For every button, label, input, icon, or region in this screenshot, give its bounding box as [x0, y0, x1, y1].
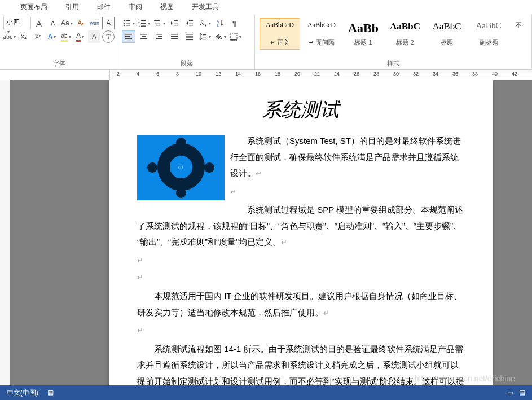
ruler-tick: 38	[472, 71, 478, 77]
phonetic-guide-button[interactable]: wén	[89, 17, 101, 29]
svg-text:¶: ¶	[232, 19, 236, 28]
svg-rect-27	[125, 38, 132, 39]
svg-text:3: 3	[138, 24, 140, 28]
svg-rect-25	[125, 34, 132, 35]
ruler-tick: 4	[137, 71, 139, 77]
ruler-tick: 10	[196, 71, 201, 77]
style-name-label: 标题 2	[388, 38, 423, 47]
figure-center-label: 01	[173, 160, 189, 176]
increase-font-button[interactable]: A	[33, 17, 45, 29]
style-name-label: ↵ 无间隔	[304, 38, 339, 47]
justify-button[interactable]	[168, 30, 181, 43]
menu-page-layout[interactable]: 页面布局	[11, 0, 56, 14]
align-right-button[interactable]	[152, 30, 166, 43]
decrease-indent-button[interactable]	[168, 17, 181, 29]
enclose-char-button[interactable]: 字	[102, 30, 115, 43]
svg-rect-30	[140, 38, 147, 39]
svg-point-44	[221, 38, 222, 39]
document-page[interactable]: 系统测试 01 系统测试（System Test, ST）的目的是对最终软件系统…	[109, 80, 493, 385]
align-center-icon	[139, 32, 148, 41]
svg-rect-5	[126, 25, 130, 26]
style-subtitle[interactable]: AaBbC 副标题	[468, 18, 509, 50]
menu-references[interactable]: 引用	[56, 0, 88, 14]
styles-gallery[interactable]: AaBbCcD ↵ 正文 AaBbCcD ↵ 无间隔 AaBb 标题 1 AaB…	[258, 17, 528, 58]
align-center-button[interactable]	[137, 30, 151, 43]
char-shading-button[interactable]: A	[88, 30, 100, 43]
svg-rect-16	[174, 23, 178, 23]
pilcrow-icon: ¶	[231, 19, 240, 28]
menu-view[interactable]: 视图	[151, 0, 183, 14]
text-effects-button[interactable]: abc▾	[3, 30, 16, 43]
svg-point-0	[124, 20, 125, 21]
style-name-label: 标题 1	[346, 38, 381, 47]
align-right-icon	[155, 32, 164, 41]
bullets-button[interactable]: ▾	[122, 17, 135, 29]
menu-dev-tools[interactable]: 开发工具	[183, 0, 228, 14]
vertical-ruler[interactable]	[0, 80, 10, 385]
status-language[interactable]: 中文(中国)	[7, 388, 38, 398]
ltr-button[interactable]: 文▾	[198, 17, 212, 29]
pilcrow-icon: ↵	[256, 169, 262, 178]
empty-paragraph: ↵	[137, 324, 464, 338]
clear-format-button[interactable]: A♦	[74, 17, 87, 29]
style-heading2[interactable]: AaBbC 标题 2	[385, 18, 425, 50]
font-effects-button[interactable]: A▾	[46, 30, 58, 43]
document-area: 系统测试 01 系统测试（System Test, ST）的目的是对最终软件系统…	[0, 80, 532, 385]
distribute-icon	[185, 32, 194, 41]
style-heading1[interactable]: AaBb 标题 1	[343, 18, 384, 50]
ruler-tick: 16	[255, 71, 261, 77]
show-marks-button[interactable]: ¶	[228, 17, 242, 29]
ruler-tick: 32	[413, 71, 419, 77]
bullets-icon	[122, 19, 131, 28]
ruler-tick: 42	[512, 71, 517, 77]
pilcrow-icon: ↵	[323, 309, 329, 317]
numbering-button[interactable]: 123▾	[137, 17, 151, 29]
menu-review[interactable]: 审阅	[120, 0, 151, 14]
paragraph-2: 系统测试过程域是 SPP 模型的重要组成部分。本规范阐述了系统测试的规程，该规程…	[137, 202, 464, 250]
svg-rect-7	[141, 20, 146, 21]
ruler-tick: 36	[452, 71, 458, 77]
view-print-button[interactable]: ▤	[519, 389, 525, 397]
align-left-button[interactable]	[122, 30, 135, 43]
menu-mail[interactable]: 邮件	[88, 0, 120, 14]
svg-rect-29	[142, 36, 146, 37]
line-spacing-button[interactable]: ▾	[198, 30, 212, 43]
subscript-button[interactable]: X₂	[17, 30, 30, 43]
ruler-tick: 22	[314, 71, 320, 77]
char-border-button[interactable]: A	[102, 17, 115, 29]
style-more[interactable]: 不	[510, 18, 527, 50]
sort-button[interactable]: AZ	[213, 17, 227, 29]
shading-button[interactable]: ▾	[213, 30, 227, 43]
multilevel-button[interactable]: ▾	[152, 17, 166, 29]
embedded-figure[interactable]: 01	[137, 135, 225, 200]
status-bar: 中文(中国) ▦ ▭ ▤	[0, 385, 532, 400]
decrease-font-button[interactable]: A	[47, 17, 59, 29]
increase-indent-button[interactable]	[183, 17, 196, 29]
outdent-icon	[170, 19, 179, 28]
ruler-tick: 14	[235, 71, 241, 77]
font-color-button[interactable]: A▾	[74, 30, 86, 43]
svg-rect-11	[141, 26, 146, 27]
svg-rect-37	[186, 34, 193, 35]
horizontal-ruler[interactable]: 24681012141618202224262830323436384042	[110, 70, 532, 80]
svg-rect-1	[126, 20, 130, 21]
change-case-button[interactable]: Aa▾	[60, 17, 73, 29]
style-preview: AaBbC	[429, 21, 464, 32]
svg-rect-43	[203, 39, 206, 39]
svg-rect-28	[140, 34, 147, 35]
svg-point-2	[124, 23, 125, 24]
font-size-select[interactable]: 小四▾	[3, 17, 31, 29]
ribbon-group-paragraph: ▾ 123▾ ▾ 文▾ AZ ¶ ▾ ▾ ▾ 段落	[118, 15, 255, 69]
justify-icon	[170, 32, 179, 41]
borders-button[interactable]: ▾	[228, 30, 242, 43]
view-readmode-button[interactable]: ▭	[507, 389, 513, 397]
style-no-spacing[interactable]: AaBbCcD ↵ 无间隔	[301, 18, 342, 50]
macro-record-icon[interactable]: ▦	[47, 389, 54, 397]
highlight-button[interactable]: ab▾	[60, 30, 72, 43]
distribute-button[interactable]	[183, 30, 196, 43]
ribbon: 小四▾ A A Aa▾ A♦ wén A abc▾ X₂ X² A▾ ab▾ A…	[0, 15, 532, 70]
style-normal[interactable]: AaBbCcD ↵ 正文	[260, 18, 300, 50]
style-title[interactable]: AaBbC 标题	[427, 18, 467, 50]
document-scroll[interactable]: 系统测试 01 系统测试（System Test, ST）的目的是对最终软件系统…	[10, 80, 532, 385]
superscript-button[interactable]: X²	[32, 30, 44, 43]
